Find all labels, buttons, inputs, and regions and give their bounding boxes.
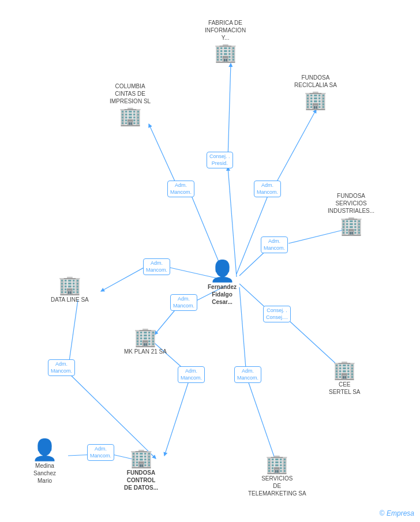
node-fundosa-c[interactable]: 🏢 FUNDOSA CONTROL DE DATOS...: [124, 449, 158, 491]
svg-line-5: [276, 110, 316, 183]
svg-line-18: [247, 378, 276, 461]
badge-b2[interactable]: Adm. Mancom.: [167, 181, 194, 197]
person-icon-central: 👤: [209, 261, 235, 281]
watermark-brand: Empresa: [387, 509, 414, 517]
badge-b8[interactable]: Adm. Mancom.: [48, 359, 75, 376]
svg-line-16: [68, 300, 78, 369]
building-icon-fabrica: 🏢: [214, 43, 237, 62]
label-central: Fernandez Fidalgo Cesar...: [208, 283, 237, 306]
building-icon-fundosa-r: 🏢: [304, 91, 327, 109]
badge-b10[interactable]: Adm. Mancom.: [234, 366, 261, 383]
node-fundosa-r[interactable]: FUNDOSA RECICLALIA SA 🏢: [294, 72, 337, 109]
person-icon-medina: 👤: [32, 440, 58, 460]
building-icon-servicios: 🏢: [265, 455, 288, 473]
label-mkplan: MK PLAN 21 SA: [124, 348, 167, 355]
label-fundosa-c: FUNDOSA CONTROL DE DATOS...: [124, 469, 158, 491]
label-fabrica: FABRICA DE INFORMACION Y...: [205, 19, 246, 42]
badge-b9[interactable]: Adm. Mancom.: [178, 366, 205, 383]
label-fundosa-r: FUNDOSA RECICLALIA SA: [294, 74, 337, 89]
building-icon-columbia: 🏢: [119, 107, 142, 125]
svg-line-1: [228, 63, 231, 159]
building-icon-mkplan: 🏢: [134, 328, 157, 346]
label-cee: CEE SERTEL SA: [329, 381, 360, 396]
badge-b6[interactable]: Adm. Mancom.: [170, 294, 197, 311]
building-icon-cee: 🏢: [333, 360, 356, 379]
node-fabrica[interactable]: FABRICA DE INFORMACION Y... 🏢: [205, 17, 246, 62]
svg-line-3: [149, 124, 178, 187]
badge-b1[interactable]: Consej. . Presid.: [207, 152, 233, 168]
watermark: © Empresa: [380, 509, 414, 517]
svg-line-4: [237, 190, 270, 274]
node-columbia[interactable]: COLUMBIA CINTAS DE IMPRESION SL 🏢: [110, 81, 151, 125]
node-dataline[interactable]: 🏢 DATA LINE SA: [51, 276, 89, 303]
label-fundosa-s: FUNDOSA SERVICIOS INDUSTRIALES...: [328, 192, 374, 215]
watermark-copy: ©: [380, 509, 385, 517]
badge-b5[interactable]: Adm. Mancom.: [143, 258, 170, 275]
label-medina: Medina Sanchez Mario: [33, 462, 56, 485]
building-icon-fundosa-c: 🏢: [130, 449, 153, 467]
node-medina[interactable]: 👤 Medina Sanchez Mario: [32, 440, 58, 485]
node-mkplan[interactable]: 🏢 MK PLAN 21 SA: [124, 328, 167, 355]
badge-b3[interactable]: Adm. Mancom.: [254, 181, 281, 197]
node-central[interactable]: 👤 Fernandez Fidalgo Cesar...: [208, 261, 237, 306]
node-cee[interactable]: 🏢 CEE SERTEL SA: [329, 360, 360, 396]
node-fundosa-s[interactable]: FUNDOSA SERVICIOS INDUSTRIALES... 🏢: [328, 190, 374, 235]
building-icon-fundosa-s: 🏢: [340, 216, 363, 235]
svg-line-15: [164, 380, 189, 456]
label-columbia: COLUMBIA CINTAS DE IMPRESION SL: [110, 82, 151, 105]
badge-b4[interactable]: Adm. Mancom.: [261, 236, 288, 253]
svg-line-21: [239, 287, 246, 368]
badge-b11[interactable]: Adm. Mancom.: [87, 444, 114, 461]
relationship-graph: 👤 Fernandez Fidalgo Cesar... FABRICA DE …: [0, 0, 420, 522]
badge-b7[interactable]: Consej. . Consej....: [263, 306, 291, 322]
node-servicios[interactable]: 🏢 SERVICIOS DE TELEMARKETING SA: [248, 455, 306, 497]
building-icon-dataline: 🏢: [58, 276, 81, 294]
label-servicios: SERVICIOS DE TELEMARKETING SA: [248, 475, 306, 497]
label-dataline: DATA LINE SA: [51, 296, 89, 303]
